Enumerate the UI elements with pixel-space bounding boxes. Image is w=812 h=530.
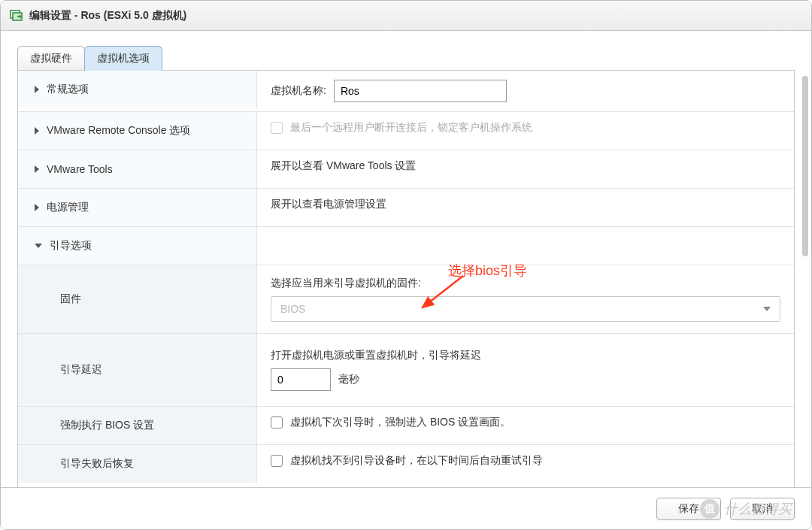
row-boot-delay: 引导延迟 打开虚拟机电源或重置虚拟机时，引导将延迟 毫秒: [18, 334, 794, 407]
row-power-management: 电源管理 展开以查看电源管理设置: [18, 189, 794, 227]
row-vmware-tools: VMware Tools 展开以查看 VMware Tools 设置: [18, 150, 794, 189]
chevron-down-icon: [35, 244, 42, 248]
row-firmware: 固件 选择应当用来引导虚拟机的固件: BIOS: [18, 265, 794, 334]
row-general-header[interactable]: 常规选项: [18, 71, 257, 108]
remote-console-desc: 最后一个远程用户断开连接后，锁定客户机操作系统: [290, 121, 532, 135]
vmware-tools-desc: 展开以查看 VMware Tools 设置: [271, 159, 780, 173]
row-boot-header[interactable]: 引导选项: [18, 227, 257, 265]
chevron-right-icon: [35, 204, 39, 211]
force-bios-desc: 虚拟机下次引导时，强制进入 BIOS 设置画面。: [290, 416, 511, 429]
firmware-select-value: BIOS: [280, 303, 305, 315]
vm-name-input[interactable]: [334, 80, 507, 102]
row-label: 固件: [60, 292, 81, 306]
chevron-down-icon: [763, 307, 771, 311]
chevron-right-icon: [35, 165, 39, 173]
boot-fail-desc: 虚拟机找不到引导设备时，在以下时间后自动重试引导: [290, 454, 543, 468]
row-label: VMware Remote Console 选项: [47, 124, 190, 138]
row-remote-console: VMware Remote Console 选项 最后一个远程用户断开连接后，锁…: [18, 112, 794, 150]
chevron-right-icon: [35, 127, 39, 135]
row-general-options: 常规选项 虚拟机名称:: [18, 71, 794, 112]
firmware-select[interactable]: BIOS: [271, 296, 780, 322]
dialog-footer: 保存 取消: [1, 487, 811, 529]
tab-vm-options[interactable]: 虚拟机选项: [84, 46, 162, 71]
vm-name-label: 虚拟机名称:: [271, 84, 326, 98]
row-remote-console-header[interactable]: VMware Remote Console 选项: [18, 112, 257, 150]
tabs: 虚拟硬件 虚拟机选项: [17, 46, 795, 71]
row-label: 常规选项: [47, 83, 89, 96]
scrollbar[interactable]: [802, 76, 808, 442]
content-area: 虚拟硬件 虚拟机选项 常规选项 虚拟机名称:: [1, 31, 811, 487]
chevron-right-icon: [35, 86, 39, 93]
row-label: 强制执行 BIOS 设置: [60, 419, 154, 432]
boot-delay-input[interactable]: [271, 368, 331, 391]
row-label: 电源管理: [47, 201, 89, 214]
options-panel: 常规选项 虚拟机名称: VMware Remote Console 选项: [17, 70, 795, 487]
dialog-window: 编辑设置 - Ros (ESXi 5.0 虚拟机) 虚拟硬件 虚拟机选项 常规选…: [0, 0, 812, 530]
boot-delay-desc: 打开虚拟机电源或重置虚拟机时，引导将延迟: [271, 349, 780, 362]
row-label: VMware Tools: [47, 163, 113, 175]
boot-fail-checkbox[interactable]: [271, 455, 283, 467]
row-force-bios: 强制执行 BIOS 设置 虚拟机下次引导时，强制进入 BIOS 设置画面。: [18, 407, 794, 445]
row-vmware-tools-header[interactable]: VMware Tools: [18, 150, 257, 188]
scrollbar-thumb[interactable]: [802, 76, 808, 256]
power-desc: 展开以查看电源管理设置: [271, 198, 780, 211]
row-boot-fail-recover: 引导失败后恢复 虚拟机找不到引导设备时，在以下时间后自动重试引导: [18, 445, 794, 483]
tab-virtual-hardware[interactable]: 虚拟硬件: [17, 46, 85, 71]
firmware-desc: 选择应当用来引导虚拟机的固件:: [271, 277, 780, 290]
row-boot-options: 引导选项: [18, 227, 794, 265]
cancel-button[interactable]: 取消: [730, 498, 795, 520]
lock-guest-checkbox[interactable]: [271, 122, 283, 134]
titlebar: 编辑设置 - Ros (ESXi 5.0 虚拟机): [1, 1, 811, 31]
row-label: 引导失败后恢复: [60, 457, 134, 471]
window-title: 编辑设置 - Ros (ESXi 5.0 虚拟机): [29, 9, 186, 23]
row-power-header[interactable]: 电源管理: [18, 189, 257, 226]
boot-delay-unit: 毫秒: [338, 373, 359, 386]
row-label: 引导选项: [50, 239, 92, 253]
vm-icon: [10, 9, 23, 23]
row-label: 引导延迟: [60, 363, 102, 377]
save-button[interactable]: 保存: [656, 498, 721, 520]
force-bios-checkbox[interactable]: [271, 416, 283, 429]
